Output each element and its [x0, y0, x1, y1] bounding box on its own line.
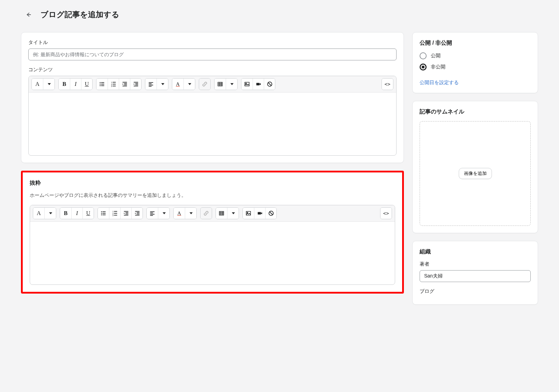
- italic-icon: I: [76, 210, 78, 216]
- underline-icon: U: [86, 210, 90, 216]
- thumbnail-dropzone[interactable]: 画像を追加: [420, 121, 531, 226]
- title-content-card: タイトル コンテンツ A: [21, 32, 404, 163]
- svg-rect-47: [125, 212, 128, 213]
- bold-button[interactable]: B: [60, 208, 71, 219]
- text-color-icon: A: [176, 81, 180, 87]
- video-button[interactable]: [254, 208, 265, 219]
- text-color-dropdown[interactable]: [185, 208, 196, 219]
- svg-rect-39: [102, 215, 106, 215]
- text-color-dropdown[interactable]: [183, 79, 195, 90]
- chevron-down-icon: [160, 81, 166, 87]
- image-icon: [244, 81, 250, 87]
- content-toolbar: A B I U: [29, 76, 396, 93]
- video-icon: [257, 210, 263, 216]
- organization-card: 組織 著者 ブログ: [412, 241, 538, 305]
- svg-rect-46: [124, 211, 128, 212]
- italic-icon: I: [75, 81, 77, 87]
- align-left-icon: [149, 210, 155, 216]
- chevron-down-icon: [230, 210, 237, 216]
- svg-rect-21: [149, 83, 152, 84]
- svg-rect-5: [101, 86, 104, 86]
- add-image-button[interactable]: 画像を追加: [459, 168, 492, 179]
- bullet-list-button[interactable]: [96, 79, 108, 90]
- outdent-icon: [122, 81, 128, 87]
- indent-icon: [134, 210, 140, 216]
- text-color-button[interactable]: A: [172, 79, 183, 90]
- paragraph-icon: A: [35, 81, 39, 87]
- svg-rect-54: [150, 212, 155, 212]
- numbered-list-icon: 123: [110, 81, 117, 87]
- svg-point-4: [100, 85, 101, 86]
- author-input[interactable]: [420, 270, 531, 282]
- table-icon: [218, 210, 225, 216]
- indent-button[interactable]: [130, 79, 141, 90]
- text-color-button[interactable]: A: [174, 208, 185, 219]
- svg-rect-58: [219, 212, 224, 215]
- svg-rect-41: [114, 211, 117, 212]
- svg-rect-43: [114, 213, 117, 214]
- table-button[interactable]: [215, 79, 226, 90]
- table-button[interactable]: [216, 208, 227, 219]
- svg-rect-16: [133, 82, 138, 83]
- schedule-visibility-link[interactable]: 公開日を設定する: [420, 80, 459, 86]
- content-editor: A B I U: [28, 76, 397, 156]
- link-icon: [203, 210, 209, 216]
- align-button[interactable]: [145, 79, 157, 90]
- image-icon: [245, 210, 252, 216]
- align-dropdown[interactable]: [158, 208, 169, 219]
- html-view-button[interactable]: <>: [382, 79, 393, 90]
- chevron-down-icon: [229, 81, 235, 87]
- italic-button[interactable]: I: [71, 208, 82, 219]
- svg-line-33: [268, 83, 271, 86]
- svg-text:3: 3: [111, 85, 112, 87]
- italic-button[interactable]: I: [70, 79, 81, 90]
- svg-rect-35: [102, 212, 106, 212]
- align-button[interactable]: [147, 208, 158, 219]
- bold-icon: B: [63, 81, 66, 87]
- svg-rect-53: [135, 215, 139, 216]
- clear-format-button[interactable]: [264, 79, 275, 90]
- radio-label: 公開: [431, 53, 441, 59]
- paragraph-style-dropdown[interactable]: [43, 79, 55, 90]
- link-icon: [202, 81, 208, 87]
- text-color-icon: A: [177, 210, 181, 216]
- image-button[interactable]: [241, 79, 253, 90]
- numbered-list-button[interactable]: 123: [109, 208, 120, 219]
- back-button[interactable]: [22, 8, 35, 21]
- bullet-list-icon: [100, 210, 107, 216]
- paragraph-style-dropdown[interactable]: [44, 208, 56, 219]
- numbered-list-button[interactable]: 123: [108, 79, 119, 90]
- content-body[interactable]: [29, 93, 396, 155]
- outdent-icon: [123, 210, 129, 216]
- indent-button[interactable]: [131, 208, 143, 219]
- underline-button[interactable]: U: [82, 208, 94, 219]
- align-dropdown[interactable]: [157, 79, 168, 90]
- visibility-public-option[interactable]: 公開: [420, 52, 531, 59]
- radio-label: 非公開: [431, 64, 445, 70]
- table-dropdown[interactable]: [227, 208, 239, 219]
- video-button[interactable]: [253, 79, 264, 90]
- numbered-list-icon: 123: [112, 210, 118, 216]
- excerpt-body[interactable]: [30, 222, 395, 284]
- underline-button[interactable]: U: [81, 79, 92, 90]
- title-input[interactable]: [28, 49, 397, 60]
- underline-icon: U: [85, 81, 89, 87]
- organization-title: 組織: [420, 248, 531, 256]
- paragraph-style-button[interactable]: A: [32, 79, 43, 90]
- html-view-button[interactable]: <>: [380, 208, 392, 219]
- svg-rect-57: [150, 215, 153, 216]
- chevron-down-icon: [187, 81, 193, 87]
- svg-text:3: 3: [112, 214, 113, 216]
- outdent-button[interactable]: [120, 208, 131, 219]
- svg-line-67: [269, 212, 273, 215]
- svg-rect-15: [122, 86, 127, 87]
- outdent-button[interactable]: [119, 79, 130, 90]
- visibility-private-option[interactable]: 非公開: [420, 64, 531, 71]
- clear-format-button[interactable]: [265, 208, 276, 219]
- image-button[interactable]: [243, 208, 254, 219]
- bullet-list-button[interactable]: [98, 208, 109, 219]
- svg-rect-63: [246, 212, 251, 215]
- bold-button[interactable]: B: [59, 79, 70, 90]
- paragraph-style-button[interactable]: A: [33, 208, 44, 219]
- table-dropdown[interactable]: [226, 79, 237, 90]
